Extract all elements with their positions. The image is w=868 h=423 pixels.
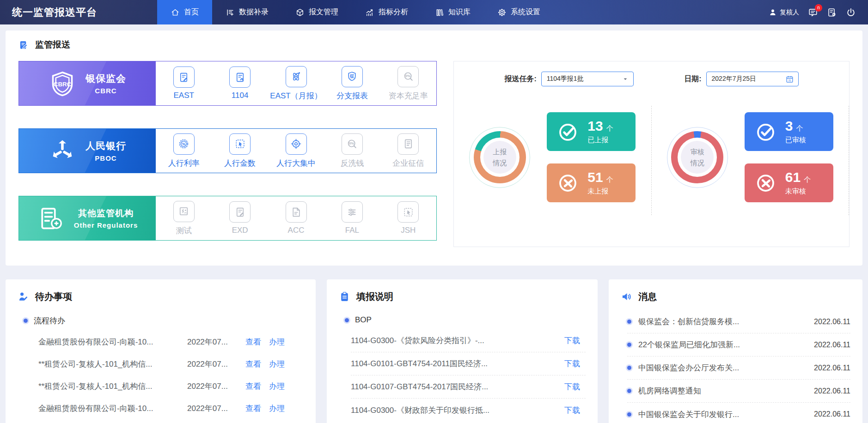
- unaudited-card: 61个 未审核: [745, 163, 833, 202]
- audited-card: 3个 已审核: [745, 112, 833, 151]
- main-menu: 首页 数据补录 报文管理 指标分析 知识库 系统设置: [157, 0, 554, 24]
- gear-icon: [497, 8, 507, 17]
- bullet-dot: [627, 320, 631, 324]
- atom-icon: [290, 71, 302, 82]
- handle-link[interactable]: 办理: [269, 337, 285, 347]
- tile-acc: ACC: [268, 196, 324, 240]
- person-desk-icon: [18, 291, 29, 302]
- speaker-icon: [621, 291, 632, 302]
- instructions-section-bop: BOP: [345, 315, 586, 325]
- user-name: 复核人: [780, 8, 799, 17]
- submitted-card: 13个 已上报: [547, 112, 636, 151]
- percent-magnifier-icon: [346, 138, 358, 150]
- date-label: 日期:: [684, 74, 701, 84]
- todo-panel: 待办事项 流程待办 金融租赁股份有限公司-向颖-10... 2022年07...…: [6, 279, 316, 423]
- pointer-box-icon: [403, 206, 414, 218]
- books-icon: [435, 8, 444, 17]
- tile-east-monthly[interactable]: EAST（月报）: [268, 61, 324, 105]
- document-pen-icon: [234, 206, 246, 218]
- message-row[interactable]: 中国银保监会关于印发银行... 2022.06.11: [627, 403, 850, 423]
- todo-row: **租赁公司-复核人-101_机构信... 2022年07... 查看办理: [38, 375, 304, 397]
- card-title: 监管报送: [35, 39, 70, 51]
- task-label: 报送任务:: [504, 74, 536, 84]
- image-flash-icon: [178, 205, 189, 217]
- bullet-dot: [627, 412, 631, 417]
- message-row[interactable]: 22个银保监局已细化加强新... 2022.06.11: [627, 333, 850, 357]
- tile-branch-reports[interactable]: 分支报表: [324, 61, 380, 105]
- nav-item-system-settings[interactable]: 系统设置: [484, 0, 554, 24]
- todo-section-flow: 流程待办: [24, 315, 304, 326]
- download-link[interactable]: 下载: [564, 381, 580, 392]
- download-link[interactable]: 下载: [564, 405, 580, 416]
- view-link[interactable]: 查看: [245, 337, 261, 347]
- nav-item-indicator-analysis[interactable]: 指标分析: [352, 0, 422, 24]
- instruction-row: 1104-G0300-《贷款风险分类指引》-... 下载: [351, 329, 586, 352]
- tile-pboc-centralized[interactable]: 人行大集中: [268, 129, 324, 173]
- message-count-badge: n: [815, 4, 822, 12]
- instruction-row: 1104-G0300-《财政部关于印发银行抵... 下载: [351, 399, 586, 422]
- bullet-dot: [345, 318, 349, 322]
- bullet-dot: [627, 389, 631, 393]
- pboc-badge: 人民银行 PBOC: [19, 129, 156, 173]
- data-entry-icon: [226, 8, 235, 17]
- handle-link[interactable]: 办理: [269, 381, 285, 392]
- submit-donut-chart: 上报 情况: [469, 127, 530, 188]
- navbar-right: 复核人 n: [769, 0, 868, 24]
- todo-title: 待办事项: [35, 290, 72, 303]
- todo-row: 金融租赁股份有限公司-向颖-10... 2022年07... 查看办理: [38, 397, 304, 419]
- document-pen-icon: [178, 72, 189, 83]
- download-link[interactable]: 下载: [564, 358, 580, 369]
- audit-donut-chart: 审核 情况: [667, 127, 728, 188]
- instruction-row: 1104-G0101-GBT4754-2011国民经济... 下载: [351, 352, 586, 375]
- tile-east[interactable]: EAST: [156, 61, 212, 105]
- messages-button[interactable]: n: [808, 7, 818, 18]
- instruction-row: 1104-G0107-GBT4754-2017国民经济... 下载: [351, 375, 586, 399]
- app-title: 统一监管报送平台: [0, 0, 157, 24]
- logout-button[interactable]: [846, 7, 856, 18]
- user-menu[interactable]: 复核人: [769, 8, 799, 17]
- handle-link[interactable]: 办理: [269, 359, 285, 369]
- cbrc-badge: 银保监会 CBRC: [19, 61, 156, 105]
- todo-row: **租赁公司-复核人-101_机构信... 2022年07... 查看办理: [38, 353, 304, 375]
- check-circle-icon: [755, 121, 776, 142]
- handle-link[interactable]: 办理: [269, 403, 285, 414]
- view-link[interactable]: 查看: [245, 403, 261, 414]
- instructions-title: 填报说明: [356, 290, 393, 303]
- document-corner-icon: [290, 206, 302, 218]
- regulator-row-other: 其他监管机构 Other Regulators 测试 EXD: [18, 196, 437, 241]
- nav-item-data-entry[interactable]: 数据补录: [212, 0, 282, 24]
- tile-pboc-interest-rate[interactable]: 人行利率: [156, 129, 212, 173]
- chart-icon: [365, 8, 374, 17]
- calendar-icon: [785, 75, 794, 84]
- task-select[interactable]: 1104季报1批: [541, 72, 634, 86]
- message-row[interactable]: 中国银保监会办公厅发布关... 2022.06.11: [627, 357, 850, 380]
- bullet-dot: [627, 366, 631, 370]
- regulatory-reporting-card: 监管报送 银保监会 CBRC EAST: [6, 30, 862, 266]
- view-link[interactable]: 查看: [245, 381, 261, 392]
- tile-jsh: JSH: [380, 196, 436, 240]
- check-circle-icon: [557, 121, 578, 142]
- todo-row: 金融租赁股份有限公司-向颖-10... 2022年07... 查看办理: [38, 331, 304, 353]
- tile-pboc-gold-data[interactable]: 人行金数: [212, 129, 268, 173]
- tile-anti-money-laundering: 反洗钱: [324, 129, 380, 173]
- report-log-button[interactable]: [827, 7, 837, 18]
- regulator-row-pboc: 人民银行 PBOC 人行利率 人行金数 人行大集中: [18, 128, 437, 173]
- nav-item-report-management[interactable]: 报文管理: [282, 0, 352, 24]
- bullet-dot: [627, 343, 631, 347]
- reporting-status-panel: 报送任务: 1104季报1批 日期: 2022年7月25日: [453, 61, 850, 247]
- nav-item-home[interactable]: 首页: [157, 0, 212, 24]
- tile-1104[interactable]: 1104: [212, 61, 268, 105]
- date-picker[interactable]: 2022年7月25日: [706, 72, 799, 86]
- chevron-down-icon: [622, 75, 629, 83]
- message-row[interactable]: 银保监会：创新信贷服务模... 2022.06.11: [627, 310, 850, 333]
- tile-capital-adequacy: 资本充足率: [380, 61, 436, 105]
- clipboard-icon: [339, 291, 350, 302]
- view-link[interactable]: 查看: [245, 359, 261, 369]
- message-row[interactable]: 机房网络调整通知 2022.06.11: [627, 380, 850, 403]
- target-icon: [290, 138, 302, 150]
- regulator-list: 银保监会 CBRC EAST 1104 EAST（月报）: [18, 59, 437, 247]
- x-circle-icon: [557, 173, 578, 193]
- download-link[interactable]: 下载: [564, 335, 580, 346]
- document-gear-icon: [827, 7, 837, 18]
- nav-item-knowledge-base[interactable]: 知识库: [422, 0, 484, 24]
